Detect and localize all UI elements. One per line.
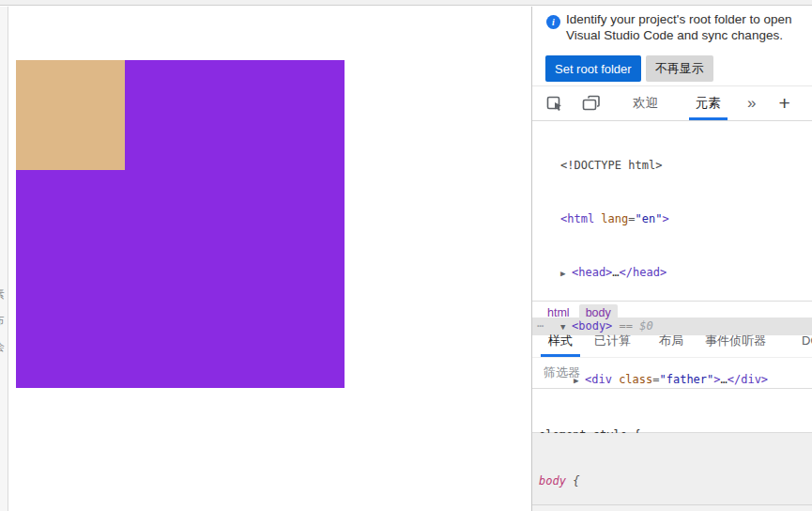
devtools-panel: i Identify your project's root folder to… [531, 7, 812, 511]
clipped-glyph: 会 [0, 341, 7, 352]
tab-styles[interactable]: 样式 [541, 324, 580, 357]
add-tab-icon[interactable]: + [772, 86, 796, 120]
tab-layout[interactable]: 布局 [651, 324, 691, 357]
tab-event-listeners[interactable]: 事件侦听器 [697, 324, 774, 357]
inspect-element-icon[interactable] [542, 86, 568, 120]
info-icon: i [546, 15, 560, 29]
left-docked-toolbar: 素 布 会 [0, 7, 8, 511]
clipped-glyph: 素 [0, 288, 7, 300]
notification-line1: Identify your project's root folder to o… [566, 11, 812, 27]
tab-computed[interactable]: 已计算 [587, 324, 638, 357]
notification-buttons: Set root folder 不再显示 [545, 55, 713, 82]
filter-placeholder: 筛选器 [544, 364, 580, 381]
device-toolbar-icon[interactable] [577, 86, 605, 120]
body-rule-selector-line: body { [539, 472, 812, 489]
dom-row-head[interactable]: ▶<head>…</head> [532, 264, 812, 282]
set-root-folder-button[interactable]: Set root folder [545, 55, 641, 82]
styles-filter-input[interactable]: 筛选器 [532, 358, 812, 389]
styles-sidebar-tabs: 样式 已计算 布局 事件侦听器 DO [532, 324, 812, 358]
devtools-toolbar: 欢迎 元素 » + [532, 85, 812, 121]
tab-elements[interactable]: 元素 [689, 86, 728, 120]
inline-style-rule[interactable]: element.style { } [532, 389, 812, 433]
dom-row-doctype[interactable]: <!DOCTYPE html> [532, 157, 812, 175]
tab-welcome[interactable]: 欢迎 [626, 86, 665, 120]
dom-breadcrumb: html body [532, 301, 812, 324]
expand-arrow-icon[interactable]: ▶ [560, 265, 572, 283]
breadcrumb-html[interactable]: html [544, 304, 574, 321]
clipped-glyph: 布 [0, 315, 7, 326]
panel-bottom-strip [532, 505, 812, 511]
child-div [16, 60, 125, 170]
body-style-rule: body { display: block; margin: ▶ 8px; } [532, 433, 812, 505]
dont-show-again-button[interactable]: 不再显示 [646, 55, 713, 82]
browser-chrome-strip [0, 0, 812, 6]
dom-row-html-open[interactable]: <html lang="en"> [532, 210, 812, 228]
notification-text: Identify your project's root folder to o… [566, 11, 812, 43]
breadcrumb-body[interactable]: body [579, 304, 618, 321]
notification-line2: Visual Studio Code and sync changes. [566, 27, 812, 43]
tab-dom-breakpoints[interactable]: DO [794, 324, 812, 357]
father-div [16, 60, 345, 388]
more-tabs-icon[interactable]: » [741, 86, 762, 120]
